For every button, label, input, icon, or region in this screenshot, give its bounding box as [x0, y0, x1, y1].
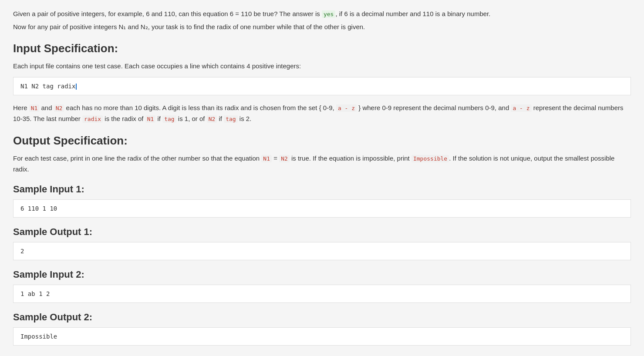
intro-line2: Now for any pair of positive integers N₁…: [13, 22, 631, 32]
sample-output-2-code-block: Impossible: [13, 327, 631, 346]
input-spec-desc: Each input file contains one test case. …: [13, 60, 631, 72]
input-detail-mid5: is the radix of: [103, 115, 145, 122]
sample-output-2-label: Sample Output 2:: [13, 312, 631, 323]
sample-output-1-code: 2: [20, 248, 24, 255]
sample-input-2-code: 1 ab 1 2: [20, 290, 50, 297]
n1-inline: N1: [29, 104, 40, 112]
output-eq: =: [272, 154, 279, 162]
input-detail-mid9: is 2.: [238, 115, 252, 122]
cursor-icon: [76, 84, 77, 90]
n1b-inline: N1: [145, 115, 156, 123]
input-spec-code: N1 N2 tag radix: [20, 83, 75, 90]
input-detail-mid8: if: [217, 115, 224, 122]
sample-input-1-label: Sample Input 1:: [13, 184, 631, 195]
intro-line1-pre: Given a pair of positive integers, for e…: [13, 10, 322, 17]
radix-inline: radix: [82, 115, 103, 123]
tag1-inline: tag: [162, 115, 176, 123]
az1-inline: a - z: [336, 104, 357, 112]
n2b-inline: N2: [207, 115, 217, 123]
sample-input-1-code: 6 110 1 10: [20, 205, 57, 212]
input-spec-code-block: N1 N2 tag radix: [13, 77, 631, 95]
output-spec-para: For each test case, print in one line th…: [13, 153, 631, 175]
n2c-inline: N2: [279, 155, 290, 162]
sample-output-2-code: Impossible: [20, 333, 57, 340]
yes-badge: yes: [322, 10, 335, 18]
intro-line1: Given a pair of positive integers, for e…: [13, 9, 631, 19]
n2-inline: N2: [54, 104, 64, 112]
sample-input-2-code-block: 1 ab 1 2: [13, 285, 631, 303]
output-spec-mid1: is true. If the equation is impossible, …: [290, 154, 411, 162]
sample-input-1-code-block: 6 110 1 10: [13, 199, 631, 218]
tag2-inline: tag: [224, 115, 237, 123]
input-detail-mid2: each has no more than 10 digits. A digit…: [64, 104, 336, 111]
az2-inline: a - z: [511, 104, 531, 112]
input-detail-mid6: if: [155, 115, 162, 122]
n1c-inline: N1: [261, 155, 272, 162]
input-spec-title: Input Specification:: [13, 42, 631, 55]
sample-output-1-code-block: 2: [13, 242, 631, 260]
input-detail-mid3: } where 0-9 represent the decimal number…: [357, 104, 511, 111]
sample-output-1-label: Sample Output 1:: [13, 226, 631, 238]
input-detail-mid1: and: [39, 104, 54, 111]
output-spec-title: Output Specification:: [13, 134, 631, 148]
output-spec-pre1: For each test case, print in one line th…: [13, 154, 261, 162]
impossible-inline: Impossible: [411, 155, 449, 162]
input-detail-para: Here N1 and N2 each has no more than 10 …: [13, 102, 631, 124]
input-detail-pre1: Here: [13, 104, 29, 111]
input-detail-mid7: is 1, or of: [176, 115, 207, 122]
intro-line1-post: , if 6 is a decimal number and 110 is a …: [335, 10, 490, 17]
sample-input-2-label: Sample Input 2:: [13, 269, 631, 280]
